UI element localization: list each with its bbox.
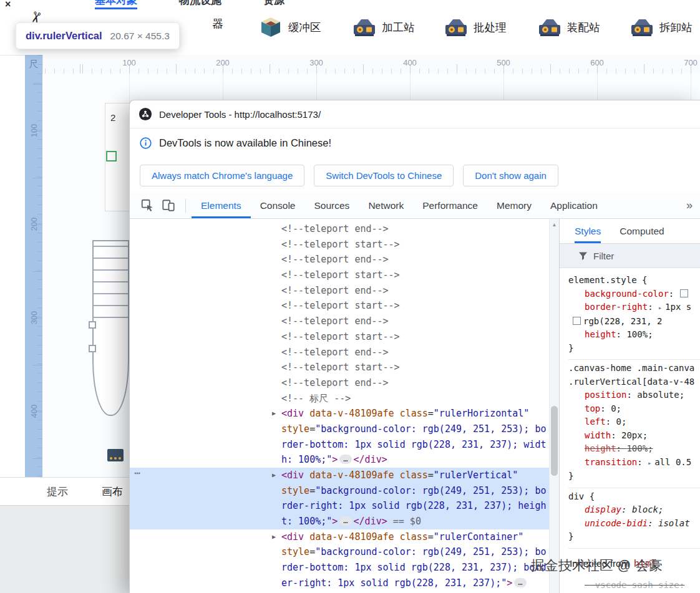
devtools-tab-application[interactable]: Application: [541, 193, 607, 218]
more-tabs-icon[interactable]: »: [686, 199, 693, 212]
inspect-element-icon[interactable]: [140, 198, 155, 213]
dom-line[interactable]: <!--teleport start-->: [130, 360, 549, 375]
css-token: position: [585, 390, 626, 400]
devtools-tab-sources[interactable]: Sources: [305, 193, 359, 218]
expand-value-icon[interactable]: ▸: [658, 304, 662, 311]
css-line[interactable]: .rulerVertical[data-v-48: [568, 375, 700, 389]
css-line[interactable]: }: [568, 342, 700, 355]
color-swatch[interactable]: [680, 289, 688, 297]
css-token: :: [626, 390, 637, 400]
dom-line[interactable]: <!--teleport start-->: [130, 268, 549, 283]
css-line[interactable]: height: 100%;: [568, 328, 700, 342]
css-line[interactable]: rgb(228, 231, 2: [568, 315, 700, 329]
top-tab[interactable]: 基本对象: [95, 0, 137, 9]
css-line[interactable]: --vscode-sash-size:: [568, 579, 700, 592]
devtools-tab-memory[interactable]: Memory: [487, 193, 541, 218]
collapsed-content-ellipsis[interactable]: …: [339, 516, 351, 526]
dom-token: =: [309, 485, 315, 496]
dom-line[interactable]: ▶<div data-v-48109afe class="rulerHorizo…: [130, 406, 549, 422]
css-line[interactable]: border-right: ▸1px s: [568, 301, 700, 315]
css-line[interactable]: }: [568, 530, 700, 544]
tank-shape[interactable]: [92, 240, 129, 416]
bottom-tabs: 提示画布: [0, 477, 129, 506]
station-item[interactable]: 缓冲区: [259, 16, 321, 39]
dom-line[interactable]: style="background-color: rgb(249, 251, 2…: [130, 422, 549, 437]
css-line[interactable]: unicode-bidi: isolat: [568, 517, 700, 531]
devtools-titlebar[interactable]: Developer Tools - http://localhost:5173/: [130, 100, 700, 128]
styles-filter[interactable]: Filter: [560, 244, 700, 268]
station-item[interactable]: 拆卸站: [630, 16, 693, 39]
close-icon[interactable]: ×: [5, 0, 11, 10]
top-tab[interactable]: 物流设施: [179, 0, 221, 9]
dom-line[interactable]: <!--teleport end-->: [130, 375, 549, 391]
dom-line[interactable]: rder-right: 1px solid rgb(228, 231, 237)…: [130, 498, 549, 514]
expand-arrow-icon[interactable]: ▶: [272, 529, 276, 545]
dom-line[interactable]: <!--teleport end-->: [130, 314, 549, 329]
infobar-button[interactable]: Always match Chrome's language: [140, 165, 304, 186]
dom-line[interactable]: <!--teleport end-->: [130, 345, 549, 360]
expand-arrow-icon[interactable]: ▶: [272, 468, 276, 483]
dom-line[interactable]: h: 100%;">…</div>: [130, 452, 549, 468]
dom-line[interactable]: <!--teleport end-->: [130, 283, 549, 299]
dom-line[interactable]: t: 100%;">…</div> == $0: [130, 514, 549, 529]
infobar-button[interactable]: Switch DevTools to Chinese: [314, 165, 454, 186]
node-menu-icon[interactable]: ⋯: [134, 466, 141, 481]
css-line[interactable]: top: 0;: [568, 402, 700, 416]
styles-tab-computed[interactable]: Computed: [620, 219, 664, 243]
dom-line[interactable]: ▶<div data-v-48109afe class="rulerContai…: [130, 529, 549, 545]
station-item[interactable]: 批处理: [444, 16, 507, 39]
bottom-tab[interactable]: 提示: [47, 485, 68, 499]
collapsed-content-ellipsis[interactable]: …: [514, 578, 526, 587]
styles-tab-styles[interactable]: Styles: [575, 219, 601, 243]
station-bounding-box: 2: [105, 103, 130, 211]
top-tab[interactable]: 资源: [263, 0, 284, 9]
dom-line[interactable]: rder-bottom: 1px solid rgb(228, 231, 237…: [130, 437, 549, 453]
expand-arrow-icon[interactable]: ▶: [272, 406, 276, 422]
bottom-tab[interactable]: 画布: [102, 485, 123, 499]
dom-scrollbar[interactable]: ▲: [549, 219, 559, 593]
devtools-tab-network[interactable]: Network: [359, 193, 413, 218]
dom-line[interactable]: <!-- 标尺 -->: [130, 391, 549, 407]
infobar-button[interactable]: Don't show again: [463, 165, 558, 186]
dom-line[interactable]: style="background-color: rgb(249, 251, 2…: [130, 544, 549, 560]
expand-value-icon[interactable]: ▸: [648, 460, 651, 466]
dom-line[interactable]: rder-bottom: 1px solid rgb(228, 231, 237…: [130, 560, 549, 576]
toolbar-separator: [185, 199, 186, 213]
dom-token: "rulerContainer": [434, 531, 524, 542]
css-line[interactable]: .canvas-home .main-canva: [568, 362, 700, 375]
css-line[interactable]: display: block;: [568, 503, 700, 517]
dom-line[interactable]: <!--teleport end-->: [130, 221, 549, 237]
scrollbar-thumb[interactable]: [551, 406, 558, 476]
dom-line[interactable]: style="background-color: rgb(249, 251, 2…: [130, 483, 549, 499]
devtools-tab-console[interactable]: Console: [251, 193, 305, 218]
dom-line[interactable]: <!--teleport end-->: [130, 252, 549, 268]
dom-line[interactable]: ⋯▶<div data-v-48109afe class="rulerVerti…: [130, 468, 549, 483]
devtools-tab-performance[interactable]: Performance: [413, 193, 487, 218]
dom-line[interactable]: <!--teleport start-->: [130, 237, 549, 253]
station-item[interactable]: 器: [212, 16, 223, 31]
color-swatch[interactable]: [573, 317, 581, 325]
station-item[interactable]: 装配站: [538, 16, 600, 39]
station-item[interactable]: 加工站: [352, 16, 415, 39]
devtools-tab-elements[interactable]: Elements: [192, 193, 251, 218]
dom-token: class: [400, 408, 428, 419]
css-line[interactable]: }: [568, 470, 700, 483]
mini-station-object[interactable]: [107, 449, 124, 461]
css-line[interactable]: transition: ▸all 0.5: [568, 456, 700, 470]
css-line[interactable]: left: 0;: [568, 415, 700, 429]
css-line[interactable]: background-color:: [568, 287, 700, 301]
css-line[interactable]: height: 100%;: [568, 442, 700, 456]
css-line[interactable]: position: absolute;: [568, 388, 700, 402]
machine-station-icon: [352, 16, 376, 39]
dom-line[interactable]: <!--teleport start-->: [130, 329, 549, 345]
hruler-number: 200: [216, 58, 230, 67]
css-line[interactable]: width: 20px;: [568, 429, 700, 443]
device-toolbar-icon[interactable]: [162, 198, 177, 213]
dom-line[interactable]: er-right: 1px solid rgb(228, 231, 237);"…: [130, 576, 549, 591]
scroll-up-icon[interactable]: ▲: [550, 222, 559, 228]
css-line[interactable]: div {: [568, 490, 700, 504]
green-square-marker[interactable]: [106, 151, 117, 162]
collapsed-content-ellipsis[interactable]: …: [339, 455, 351, 464]
dom-line[interactable]: <!--teleport start-->: [130, 298, 549, 314]
css-line[interactable]: element.style {: [568, 274, 700, 287]
